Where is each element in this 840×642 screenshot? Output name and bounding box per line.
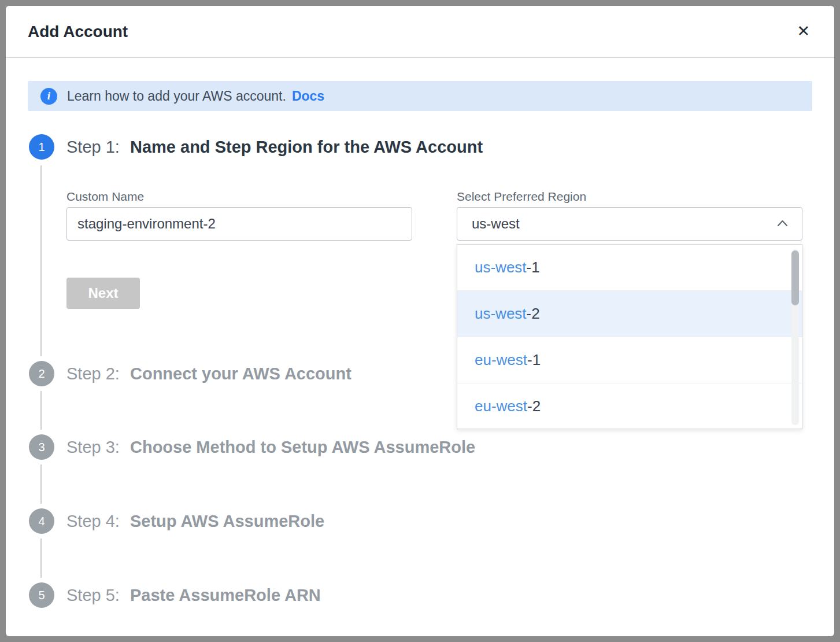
step-1-badge: 1 bbox=[29, 134, 54, 160]
connector-line-4 bbox=[40, 538, 42, 578]
banner-text: Learn how to add your AWS account. bbox=[67, 88, 286, 104]
region-option-us-west-1[interactable]: us-west-1 bbox=[457, 245, 802, 291]
step-2-prefix: Step 2: bbox=[66, 364, 120, 383]
option-rest-text: -2 bbox=[527, 305, 540, 323]
region-option-eu-west-2[interactable]: eu-west-2 bbox=[457, 383, 802, 430]
step-5-row: 5 Step 5: Paste AssumeRole ARN bbox=[29, 582, 321, 608]
step-1-row: 1 Step 1: Name and Step Region for the A… bbox=[29, 134, 483, 160]
region-label: Select Preferred Region bbox=[457, 190, 586, 204]
option-rest-text: -1 bbox=[527, 351, 541, 369]
region-select[interactable]: us-west bbox=[457, 207, 802, 241]
option-match-text: eu-west bbox=[475, 397, 527, 415]
option-match-text: us-west bbox=[475, 305, 527, 323]
next-button[interactable]: Next bbox=[66, 278, 140, 309]
custom-name-label: Custom Name bbox=[66, 190, 144, 204]
custom-name-input[interactable] bbox=[66, 207, 412, 241]
step-3-prefix: Step 3: bbox=[66, 438, 120, 456]
step-4-badge: 4 bbox=[29, 508, 54, 534]
docs-link[interactable]: Docs bbox=[292, 88, 324, 104]
region-select-value: us-west bbox=[472, 216, 520, 232]
step-2-row: 2 Step 2: Connect your AWS Account bbox=[29, 361, 351, 386]
option-match-text: eu-west bbox=[475, 351, 527, 369]
step-5-title: Paste AssumeRole ARN bbox=[130, 586, 321, 604]
step-5-prefix: Step 5: bbox=[66, 586, 120, 604]
dropdown-scrollbar-track[interactable] bbox=[791, 249, 799, 425]
dropdown-scrollbar-thumb[interactable] bbox=[791, 250, 799, 305]
step-3-title: Choose Method to Setup AWS AssumeRole bbox=[130, 438, 475, 456]
info-banner: i Learn how to add your AWS account. Doc… bbox=[28, 81, 812, 111]
step-3-row: 3 Step 3: Choose Method to Setup AWS Ass… bbox=[29, 434, 475, 460]
add-account-modal: Add Account ✕ i Learn how to add your AW… bbox=[6, 6, 834, 636]
region-option-us-west-2[interactable]: us-west-2 bbox=[457, 291, 802, 337]
step-5-badge: 5 bbox=[29, 582, 54, 608]
region-dropdown: us-west-1 us-west-2 eu-west-1 eu-west-2 bbox=[457, 244, 802, 429]
option-rest-text: -2 bbox=[527, 397, 541, 415]
step-2-title: Connect your AWS Account bbox=[130, 364, 351, 383]
step-4-row: 4 Step 4: Setup AWS AssumeRole bbox=[29, 508, 324, 534]
modal-header: Add Account ✕ bbox=[6, 6, 834, 58]
step-3-badge: 3 bbox=[29, 434, 54, 460]
step-1-heading: Step 1: Name and Step Region for the AWS… bbox=[66, 134, 483, 160]
option-rest-text: -1 bbox=[527, 259, 540, 276]
connector-line-2 bbox=[40, 391, 42, 430]
step-1-title: Name and Step Region for the AWS Account bbox=[130, 138, 483, 156]
step-2-heading: Step 2: Connect your AWS Account bbox=[66, 361, 351, 386]
step-2-badge: 2 bbox=[29, 361, 54, 386]
step-4-heading: Step 4: Setup AWS AssumeRole bbox=[66, 508, 324, 534]
step-1-prefix: Step 1: bbox=[66, 138, 120, 156]
info-icon: i bbox=[40, 88, 57, 105]
step-3-heading: Step 3: Choose Method to Setup AWS Assum… bbox=[66, 434, 475, 460]
chevron-up-icon bbox=[777, 219, 788, 229]
step-5-heading: Step 5: Paste AssumeRole ARN bbox=[66, 582, 321, 608]
step-4-prefix: Step 4: bbox=[66, 512, 120, 530]
connector-line-3 bbox=[40, 464, 42, 504]
option-match-text: us-west bbox=[475, 259, 527, 276]
step-4-title: Setup AWS AssumeRole bbox=[130, 512, 324, 530]
region-option-eu-west-1[interactable]: eu-west-1 bbox=[457, 337, 802, 383]
connector-line-1 bbox=[40, 165, 42, 356]
modal-title: Add Account bbox=[28, 23, 128, 41]
close-icon[interactable]: ✕ bbox=[794, 21, 812, 42]
